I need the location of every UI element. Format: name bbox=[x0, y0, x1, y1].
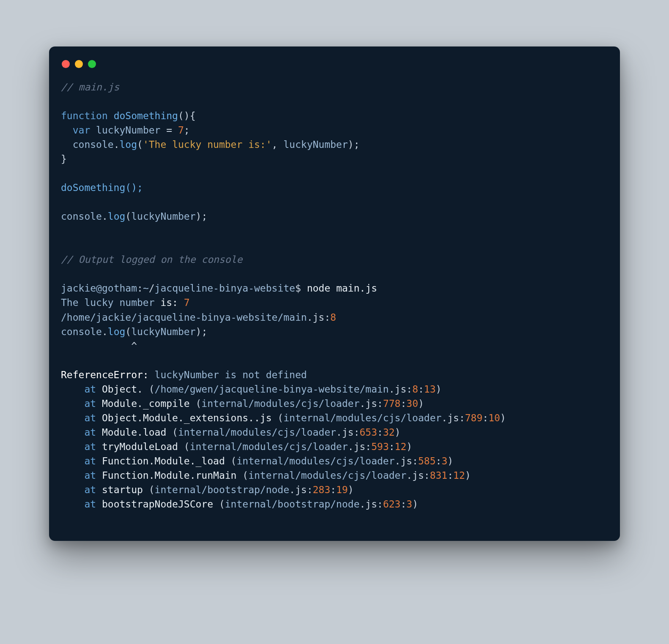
stack-path: internal/modules/cjs/loader bbox=[201, 398, 359, 409]
window-titlebar bbox=[61, 57, 608, 80]
punct: ( bbox=[143, 484, 155, 495]
punct: : bbox=[307, 484, 313, 495]
error-message: luckyNumber is not defined bbox=[155, 369, 307, 380]
punct: .js bbox=[307, 312, 325, 323]
punct: ) bbox=[436, 384, 441, 395]
stack-path: internal/modules/cjs/loader bbox=[236, 456, 395, 467]
stack-line: 585 bbox=[418, 456, 436, 467]
punct: .js bbox=[395, 456, 412, 467]
stack-at: at bbox=[84, 470, 102, 481]
punct: , bbox=[272, 139, 284, 150]
punct: ) bbox=[412, 499, 418, 510]
stack-col: 12 bbox=[453, 470, 465, 481]
punct: : bbox=[483, 412, 488, 423]
stack-loc: Object. bbox=[102, 412, 143, 423]
stack-method: _compile bbox=[143, 398, 190, 409]
stack-method: bootstrapNodeJSCore bbox=[102, 499, 213, 510]
prompt-user: jackie bbox=[61, 283, 96, 294]
punct: : bbox=[377, 499, 383, 510]
stack-line: 623 bbox=[383, 499, 401, 510]
output-is: is: bbox=[160, 297, 184, 308]
stack-line: 593 bbox=[371, 441, 389, 452]
punct: . bbox=[114, 139, 120, 150]
punct: ) bbox=[418, 398, 424, 409]
punct: . bbox=[102, 211, 108, 222]
stack-loc: Object. bbox=[102, 384, 143, 395]
punct: ( bbox=[137, 139, 143, 150]
stack-line: 283 bbox=[313, 484, 330, 495]
stack-line: 8 bbox=[412, 384, 418, 395]
stack-path: internal/modules/cjs/loader bbox=[190, 441, 348, 452]
stack-at: at bbox=[84, 412, 102, 423]
punct: : bbox=[377, 398, 383, 409]
punct: . bbox=[102, 326, 108, 337]
stack-at: at bbox=[84, 484, 102, 495]
punct: ( bbox=[125, 211, 131, 222]
punct: .js bbox=[336, 427, 354, 438]
punct: ) bbox=[465, 470, 471, 481]
punct: .js bbox=[348, 441, 366, 452]
stack-path: internal/bootstrap/node bbox=[155, 484, 290, 495]
punct: .js bbox=[441, 412, 459, 423]
stack-method: tryModuleLoad bbox=[102, 441, 178, 452]
stack-path: internal/modules/cjs/loader bbox=[248, 470, 406, 481]
punct: = bbox=[160, 125, 178, 136]
close-icon[interactable] bbox=[62, 60, 70, 68]
zoom-icon[interactable] bbox=[88, 60, 96, 68]
punct: : bbox=[400, 499, 406, 510]
fn-log: log bbox=[108, 211, 126, 222]
stack-col: 10 bbox=[488, 412, 500, 423]
punct: ; bbox=[184, 125, 190, 136]
punct: : bbox=[389, 441, 395, 452]
stack-method: startup bbox=[102, 484, 143, 495]
stack-path: internal/bootstrap/node bbox=[225, 499, 360, 510]
stack-at: at bbox=[84, 456, 102, 467]
ident-lucky: luckyNumber bbox=[96, 125, 160, 136]
err-path: /home bbox=[61, 312, 90, 323]
stack-method: Module._load bbox=[155, 456, 225, 467]
punct: .js bbox=[389, 384, 406, 395]
comment-filename: // main.js bbox=[61, 82, 119, 93]
punct: ) bbox=[395, 427, 400, 438]
fn-call: doSomething(); bbox=[61, 182, 143, 193]
error-type: ReferenceError: bbox=[61, 369, 155, 380]
err-path: /main bbox=[277, 312, 307, 323]
stack-path: /home/gwen/jacqueline-binya-website/main bbox=[155, 384, 389, 395]
punct: : bbox=[354, 427, 359, 438]
punct: ) bbox=[406, 441, 412, 452]
punct: : bbox=[424, 470, 430, 481]
punct: ( bbox=[190, 398, 202, 409]
punct: } bbox=[61, 153, 67, 164]
stack-loc: Function. bbox=[102, 456, 155, 467]
prompt-cwd: jacqueline-binya-website bbox=[155, 283, 295, 294]
stack-col: 19 bbox=[336, 484, 348, 495]
punct: .js bbox=[359, 499, 377, 510]
err-line-no: 8 bbox=[330, 312, 336, 323]
punct: : bbox=[406, 384, 412, 395]
stack-loc: Function. bbox=[102, 470, 155, 481]
stack-line: 831 bbox=[430, 470, 447, 481]
stack-path: internal/modules/cjs/loader bbox=[178, 427, 336, 438]
stack-col: 30 bbox=[406, 398, 418, 409]
punct: ); bbox=[348, 139, 360, 150]
punct: : bbox=[459, 412, 465, 423]
stack-line: 789 bbox=[465, 412, 483, 423]
err-path: /jackie bbox=[90, 312, 131, 323]
code-block: // main.js function doSomething(){ var l… bbox=[61, 80, 608, 511]
stack-col: 13 bbox=[424, 384, 436, 395]
punct: ( bbox=[225, 456, 237, 467]
punct: ); bbox=[196, 326, 208, 337]
prompt-tilde: ~ bbox=[143, 283, 149, 294]
punct: (){ bbox=[178, 110, 196, 121]
minimize-icon[interactable] bbox=[75, 60, 83, 68]
punct: : bbox=[137, 283, 143, 294]
err-path: /jacqueline-binya-website bbox=[131, 312, 277, 323]
punct: : bbox=[324, 312, 330, 323]
err-caret: ^ bbox=[61, 341, 137, 352]
err-lucky: luckyNumber bbox=[131, 326, 195, 337]
err-console: console bbox=[61, 326, 102, 337]
stack-line: 653 bbox=[359, 427, 377, 438]
punct: .js bbox=[406, 470, 424, 481]
stack-path: internal/modules/cjs/loader bbox=[283, 412, 441, 423]
output-line: The lucky number bbox=[61, 297, 160, 308]
